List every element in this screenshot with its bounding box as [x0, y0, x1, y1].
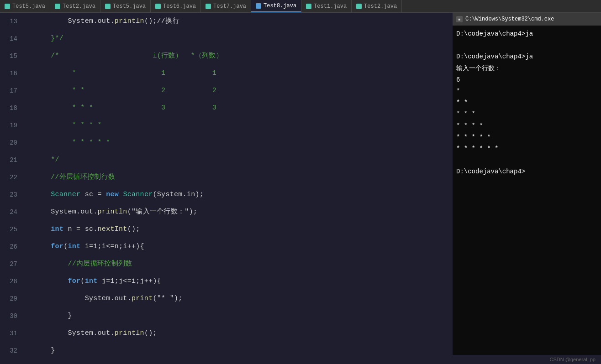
tab-icon [206, 4, 211, 9]
tab-Test6java[interactable]: Test6.java [151, 0, 201, 12]
main-area: 13 System.out.println();//换行14 }*/15 /* … [0, 13, 601, 355]
line-number: 26 [0, 238, 23, 255]
tab-Test1java[interactable]: Test1.java [301, 0, 352, 12]
line-number: 27 [0, 255, 23, 273]
tab-Test2java[interactable]: Test2.java [352, 0, 402, 12]
line-content: Scanner sc = new Scanner(System.in); [30, 186, 453, 203]
line-content: System.out.println();//换行 [30, 13, 453, 30]
line-number: 32 [0, 342, 23, 355]
tab-Test5java[interactable]: Test5.java [0, 0, 50, 12]
line-content: System.out.println("输入一个行数："); [30, 203, 453, 221]
code-line-24: 24 System.out.println("输入一个行数："); [0, 203, 453, 221]
tab-icon [155, 4, 161, 9]
code-line-28: 28 for(int j=1;j<=i;j++){ [0, 273, 453, 290]
line-content: System.out.println(); [30, 325, 453, 342]
line-content: }*/ [30, 30, 453, 47]
code-line-18: 18 * * * 3 3 [0, 99, 453, 117]
line-content: /* i(行数） *（列数） [30, 47, 453, 65]
line-number: 31 [0, 325, 23, 342]
code-line-13: 13 System.out.println();//换行 [0, 13, 453, 30]
tab-label: Test7.java [213, 3, 246, 10]
tab-label: Test2.java [63, 3, 95, 10]
code-line-17: 17 * * 2 2 [0, 82, 453, 99]
line-number: 17 [0, 82, 23, 99]
line-number: 22 [0, 169, 23, 186]
code-line-27: 27 //内层循环控制列数 [0, 255, 453, 273]
watermark-label: CSDN @general_pp [550, 357, 596, 362]
line-number: 28 [0, 273, 23, 290]
tab-icon [356, 4, 362, 9]
line-number: 18 [0, 99, 23, 117]
code-line-26: 26 for(int i=1;i<=n;i++){ [0, 238, 453, 255]
code-line-29: 29 System.out.print("* "); [0, 290, 453, 307]
line-number: 14 [0, 30, 23, 47]
line-content: * 1 1 [30, 65, 453, 82]
line-number: 19 [0, 117, 23, 134]
line-number: 21 [0, 151, 23, 169]
code-lines: 13 System.out.println();//换行14 }*/15 /* … [0, 13, 453, 355]
line-content: * * * * [30, 117, 453, 134]
line-content: * * * * * [30, 134, 453, 151]
code-line-19: 19 * * * * [0, 117, 453, 134]
line-content: int n = sc.nextInt(); [30, 221, 453, 238]
tab-Test7java[interactable]: Test7.java [201, 0, 251, 12]
cmd-title-bar: ■ C:\Windows\System32\cmd.exe [453, 13, 601, 26]
tab-label: Test2.java [364, 3, 397, 10]
line-content: } [30, 342, 453, 355]
tab-icon [256, 3, 261, 9]
line-content: */ [30, 151, 453, 169]
cmd-body: D:\codejava\chap4>ja D:\codejava\chap4>j… [453, 26, 601, 355]
line-content: * * 2 2 [30, 82, 453, 99]
cmd-title-label: C:\Windows\System32\cmd.exe [465, 16, 554, 22]
code-line-16: 16 * 1 1 [0, 65, 453, 82]
line-number: 23 [0, 186, 23, 203]
code-line-14: 14 }*/ [0, 30, 453, 47]
line-content: //外层循环控制行数 [30, 169, 453, 186]
line-content: System.out.print("* "); [30, 290, 453, 307]
code-line-31: 31 System.out.println(); [0, 325, 453, 342]
tab-label: Test8.java [264, 3, 296, 9]
tab-label: Test6.java [163, 3, 196, 10]
line-number: 13 [0, 13, 23, 30]
line-number: 20 [0, 134, 23, 151]
cmd-icon: ■ [456, 16, 463, 22]
tab-icon [55, 4, 60, 9]
line-content: //内层循环控制列数 [30, 255, 453, 273]
tab-Test8java[interactable]: Test8.java [251, 0, 301, 12]
code-line-23: 23 Scanner sc = new Scanner(System.in); [0, 186, 453, 203]
code-line-20: 20 * * * * * [0, 134, 453, 151]
line-number: 15 [0, 47, 23, 65]
tab-Test5java[interactable]: Test5.java [100, 0, 151, 12]
tab-label: Test5.java [12, 3, 45, 10]
cmd-window: ■ C:\Windows\System32\cmd.exe D:\codejav… [453, 13, 601, 355]
line-content: } [30, 307, 453, 325]
code-line-21: 21 */ [0, 151, 453, 169]
tab-icon [306, 4, 311, 9]
line-number: 29 [0, 290, 23, 307]
tab-bar: Test5.javaTest2.javaTest5.javaTest6.java… [0, 0, 601, 13]
line-number: 30 [0, 307, 23, 325]
tab-label: Test5.java [113, 3, 146, 10]
code-line-32: 32 } [0, 342, 453, 355]
code-line-30: 30 } [0, 307, 453, 325]
line-number: 25 [0, 221, 23, 238]
line-number: 16 [0, 65, 23, 82]
tab-label: Test1.java [314, 3, 347, 10]
line-content: for(int i=1;i<=n;i++){ [30, 238, 453, 255]
code-line-25: 25 int n = sc.nextInt(); [0, 221, 453, 238]
code-editor: 13 System.out.println();//换行14 }*/15 /* … [0, 13, 453, 355]
code-line-15: 15 /* i(行数） *（列数） [0, 47, 453, 65]
tab-icon [105, 4, 111, 9]
tab-Test2java[interactable]: Test2.java [50, 0, 100, 12]
line-content: for(int j=1;j<=i;j++){ [30, 273, 453, 290]
code-line-22: 22 //外层循环控制行数 [0, 169, 453, 186]
bottom-bar: CSDN @general_pp [0, 355, 601, 364]
tab-icon [5, 4, 10, 9]
line-content: * * * 3 3 [30, 99, 453, 117]
line-number: 24 [0, 203, 23, 221]
